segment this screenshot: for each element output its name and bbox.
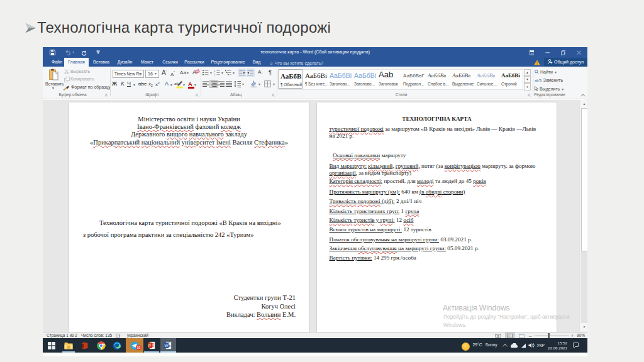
svg-text:2.: 2. xyxy=(214,74,216,75)
svg-text:P: P xyxy=(148,344,151,348)
svg-text:1.: 1. xyxy=(214,70,216,72)
svg-text:W: W xyxy=(165,344,169,348)
